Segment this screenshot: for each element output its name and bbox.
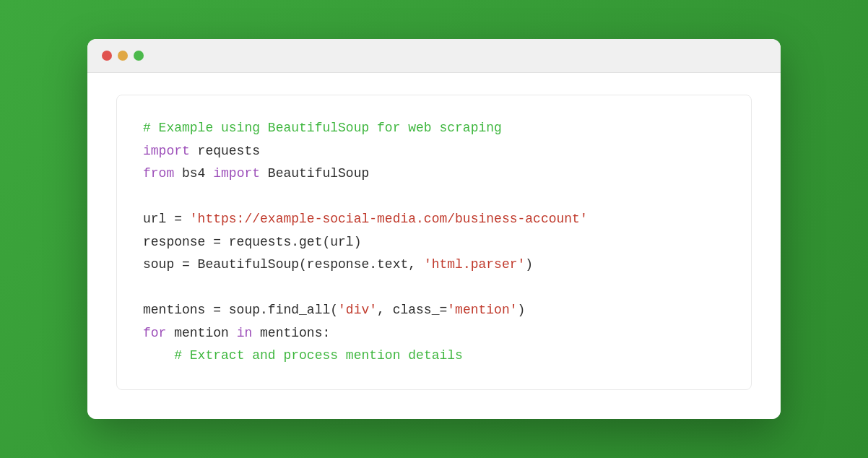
code-line-6: soup = BeautifulSoup(response.text, 'htm… xyxy=(143,254,725,277)
code-line-8: for mention in mentions: xyxy=(143,322,725,345)
code-line-9: # Extract and process mention details xyxy=(143,345,725,368)
code-line-5: response = requests.get(url) xyxy=(143,231,725,254)
empty-line-1 xyxy=(143,186,725,209)
maximize-button[interactable] xyxy=(134,51,144,61)
titlebar xyxy=(87,39,781,73)
code-window: # Example using BeautifulSoup for web sc… xyxy=(87,39,781,419)
code-line-7: mentions = soup.find_all('div', class_='… xyxy=(143,299,725,322)
code-block: # Example using BeautifulSoup for web sc… xyxy=(116,95,752,390)
empty-line-2 xyxy=(143,277,725,300)
minimize-button[interactable] xyxy=(118,51,128,61)
code-line-2: import requests xyxy=(143,140,725,163)
code-area: # Example using BeautifulSoup for web sc… xyxy=(87,73,781,419)
code-line-3: from bs4 import BeautifulSoup xyxy=(143,163,725,186)
code-line-4: url = 'https://example-social-media.com/… xyxy=(143,208,725,231)
code-line-1: # Example using BeautifulSoup for web sc… xyxy=(143,117,725,140)
close-button[interactable] xyxy=(102,51,112,61)
